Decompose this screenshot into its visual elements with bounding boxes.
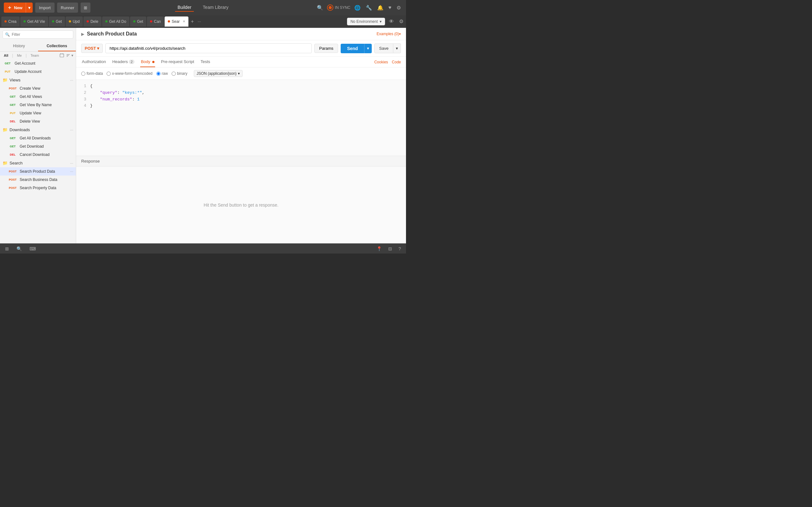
tab-builder[interactable]: Builder [175, 3, 194, 12]
scope-team[interactable]: Team [29, 53, 40, 58]
params-button[interactable]: Params [314, 44, 338, 53]
new-dropdown-arrow[interactable]: ▾ [26, 3, 33, 13]
location-icon[interactable]: 📍 [375, 245, 383, 252]
item-label: Create View [20, 86, 40, 91]
list-item-search-product[interactable]: POST Search Product Data ··· [0, 167, 76, 176]
gear-icon[interactable]: ⚙ [395, 3, 402, 12]
wrench-icon[interactable]: 🔧 [364, 3, 373, 12]
list-item[interactable]: GET Get All Downloads [0, 134, 76, 142]
filter-input[interactable] [3, 31, 73, 39]
tab-get2[interactable]: Get [130, 16, 146, 26]
import-button[interactable]: Import [35, 3, 55, 13]
radio-form-data[interactable]: form-data [81, 71, 103, 76]
list-item[interactable]: POST Search Property Data [0, 184, 76, 192]
radio-urlencoded[interactable]: x-www-form-urlencoded [107, 71, 152, 76]
search-icon: 🔍 [5, 32, 10, 37]
add-tab-button[interactable]: + [189, 19, 196, 24]
bell-icon[interactable]: 🔔 [376, 3, 385, 12]
tab-get-all-view[interactable]: Get All Vie [20, 16, 48, 26]
list-item[interactable]: POST Create View [0, 84, 76, 93]
examples-link[interactable]: Examples (0) [376, 32, 399, 36]
tab-team-library[interactable]: Team Library [200, 3, 231, 12]
radio-raw[interactable]: raw [156, 71, 168, 76]
response-label-bar: Response [76, 156, 406, 166]
env-settings-icon[interactable]: ⚙ [398, 17, 405, 26]
method-get: GET [8, 95, 18, 99]
list-item[interactable]: GET Get Account [0, 59, 76, 67]
tab-history[interactable]: History [0, 41, 38, 51]
columns-icon[interactable]: ⊟ [387, 245, 393, 252]
list-item[interactable]: DEL Delete View [0, 117, 76, 125]
dot-sear [168, 20, 170, 22]
list-item[interactable]: DEL Cancel Download [0, 151, 76, 159]
folder-downloads[interactable]: 📁 Downloads ··· [0, 125, 76, 134]
send-button[interactable]: Send [341, 44, 364, 53]
search-icon[interactable]: 🔍 [316, 3, 324, 12]
req-tabs-right: Cookies Code [374, 60, 401, 64]
folder-search[interactable]: 📁 Search ··· [0, 159, 76, 167]
dot-crea [4, 20, 7, 22]
sort-btn[interactable]: ▾ [66, 53, 73, 58]
tab-get[interactable]: Get [49, 16, 65, 26]
save-dropdown-button[interactable]: ▾ [393, 43, 401, 53]
item-more-btn[interactable]: ··· [70, 169, 73, 174]
expand-arrow[interactable]: ▶ [81, 32, 84, 37]
examples-dropdown-icon[interactable]: ▾ [399, 32, 401, 36]
list-item[interactable]: PUT Update Account [0, 67, 76, 76]
search-bottom-icon[interactable]: 🔍 [15, 245, 23, 252]
help-icon[interactable]: ? [397, 245, 402, 252]
method-put: PUT [3, 70, 13, 73]
tab-pre-request[interactable]: Pre-request Script [160, 57, 195, 67]
dot-getalldo [105, 20, 107, 22]
sync-badge: IN SYNC [327, 4, 351, 11]
save-button[interactable]: Save [374, 43, 393, 53]
console-icon[interactable]: ⌨ [28, 245, 37, 252]
heart-icon[interactable]: ♥ [387, 3, 393, 12]
method-select[interactable]: POST ▾ [81, 44, 103, 53]
list-item[interactable]: GET Get Download [0, 142, 76, 151]
tab-crea[interactable]: Crea [1, 16, 20, 26]
url-input[interactable] [105, 43, 312, 53]
scope-me[interactable]: Me [15, 53, 23, 58]
tab-body[interactable]: Body [140, 57, 155, 67]
new-collection-btn[interactable] [60, 53, 64, 58]
tab-get-all-do[interactable]: Get All Do [102, 16, 130, 26]
tab-collections[interactable]: Collections [38, 41, 76, 51]
list-item[interactable]: GET Get All Views [0, 93, 76, 101]
send-dropdown-button[interactable]: ▾ [364, 44, 372, 53]
tab-sear[interactable]: Sear ✕ [165, 16, 188, 26]
tab-can[interactable]: Can [147, 16, 164, 26]
method-label: POST [85, 46, 96, 51]
folder-more-btn[interactable]: ··· [70, 128, 73, 132]
more-tabs-button[interactable]: ··· [196, 19, 203, 24]
radio-binary[interactable]: binary [171, 71, 188, 76]
runner-button[interactable]: Runner [57, 3, 78, 13]
env-selector[interactable]: No Environment ▾ [347, 18, 385, 25]
code-editor[interactable]: 1 { 2 "query": "keys:*", 3 "num_records"… [76, 80, 406, 156]
list-item[interactable]: GET Get View By Name [0, 101, 76, 109]
cookies-link[interactable]: Cookies [374, 60, 388, 64]
close-tab-sear[interactable]: ✕ [183, 20, 185, 23]
list-item[interactable]: POST Search Business Data [0, 176, 76, 184]
tab-label-getallview: Get All Vie [27, 19, 45, 24]
tab-authorization[interactable]: Authorization [81, 57, 107, 67]
tab-dele[interactable]: Dele [84, 16, 101, 26]
eye-icon[interactable]: 👁 [388, 17, 395, 26]
json-format-select[interactable]: JSON (application/json) ▾ [194, 70, 243, 77]
tab-tests[interactable]: Tests [200, 57, 211, 67]
code-link[interactable]: Code [392, 60, 401, 64]
globe-icon[interactable]: 🌐 [353, 3, 362, 12]
body-options: form-data x-www-form-urlencoded raw bina… [76, 67, 406, 80]
folder-more-btn[interactable]: ··· [70, 161, 73, 165]
folder-icon: 📁 [3, 161, 8, 165]
scope-all[interactable]: All [3, 53, 9, 58]
folder-views[interactable]: 📁 Views ··· [0, 76, 76, 84]
topbar-right: 🔍 IN SYNC 🌐 🔧 🔔 ♥ ⚙ [316, 3, 402, 12]
tab-upd[interactable]: Upd [66, 16, 83, 26]
layout-icon[interactable]: ⊞ [4, 245, 10, 252]
tab-headers[interactable]: Headers2 [112, 57, 135, 67]
folder-more-btn[interactable]: ··· [70, 78, 73, 82]
capture-button[interactable]: ⊞ [81, 3, 90, 13]
list-item[interactable]: PUT Update View [0, 109, 76, 117]
new-button[interactable]: ＋ New ▾ [4, 3, 33, 13]
